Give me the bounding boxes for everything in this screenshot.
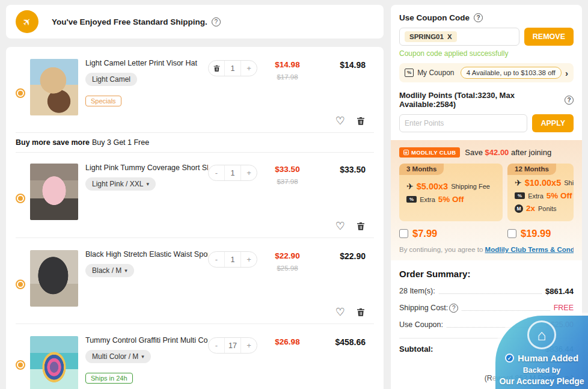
remove-coupon-button[interactable]: REMOVE bbox=[524, 28, 574, 46]
club-save-amount: $42.00 bbox=[485, 148, 509, 157]
variant-label: Light Pink / XXL bbox=[92, 180, 143, 188]
plan-card[interactable]: 3 Months ✈$5.00x3Shipping Fee %Extra5% O… bbox=[399, 164, 503, 221]
m-points-icon: M bbox=[515, 204, 523, 213]
pledge-house-icon: ⌂ bbox=[527, 320, 556, 349]
product-title[interactable]: Tummy Control Graffiti Print Multi Col..… bbox=[85, 336, 208, 345]
quantity-stepper[interactable]: - 1 + bbox=[208, 165, 257, 181]
airplane-icon: ✈ bbox=[16, 10, 38, 33]
increase-quantity-button[interactable]: + bbox=[241, 61, 257, 76]
wishlist-icon[interactable]: ♡ bbox=[335, 307, 345, 317]
delete-item-icon[interactable] bbox=[356, 307, 366, 317]
product-title[interactable]: Light Camel Letter Print Visor Hat bbox=[85, 59, 208, 67]
item-select-radio[interactable] bbox=[16, 360, 25, 370]
items-value: $861.44 bbox=[545, 287, 574, 296]
cart-item-visor-hat: Light Camel Letter Print Visor Hat Light… bbox=[16, 47, 374, 133]
promo-rest: Buy 3 Get 1 Free bbox=[92, 138, 149, 147]
product-title[interactable]: Light Pink Tummy Coverage Short Sle... bbox=[85, 164, 208, 172]
club-header: MMODLILY CLUB Save $42.00 after joining bbox=[399, 147, 574, 158]
product-image[interactable] bbox=[30, 59, 78, 115]
item-select-radio[interactable] bbox=[16, 88, 25, 98]
quantity-value: 1 bbox=[224, 61, 241, 76]
cart-item-swimsuit: Tummy Control Graffiti Print Multi Col..… bbox=[16, 324, 374, 389]
product-info: Black High Stretch Elastic Waist Spor...… bbox=[85, 250, 208, 319]
club-terms-line: By continuing, you agree to Modlily Club… bbox=[399, 246, 574, 253]
plan-card[interactable]: 12 Months ✈$10.00x5Shipping Fee %Extra5%… bbox=[507, 164, 574, 221]
shipping-benefit-label: Shipping Fee bbox=[451, 183, 490, 190]
summary-items-row: 28 Item(s): $861.44 bbox=[399, 283, 574, 299]
decrease-quantity-button[interactable]: - bbox=[209, 338, 224, 353]
original-price: $37.98 bbox=[257, 178, 317, 185]
wishlist-icon[interactable]: ♡ bbox=[335, 221, 345, 231]
variant-label: Black / M bbox=[92, 266, 121, 275]
help-icon[interactable]: ? bbox=[474, 13, 483, 22]
ships-in-24h-tag: Ships in 24h bbox=[85, 373, 133, 384]
chevron-right-icon[interactable]: › bbox=[565, 68, 568, 78]
coupon-code-input[interactable]: SPRING01X bbox=[399, 28, 519, 46]
chevron-down-icon: ▾ bbox=[141, 354, 144, 360]
product-image[interactable] bbox=[30, 336, 78, 389]
remove-quantity-button[interactable] bbox=[209, 61, 224, 76]
coupon-section-title: Use Coupon Code ? bbox=[399, 13, 574, 22]
item-actions: ♡ bbox=[335, 115, 366, 126]
decrease-quantity-button[interactable]: - bbox=[209, 252, 224, 267]
product-info: Light Camel Letter Print Visor Hat Light… bbox=[85, 59, 208, 127]
accuracy-pledge-text: Our Accuracy Pledge bbox=[499, 376, 584, 386]
variant-selector[interactable]: Light Pink / XXL▾ bbox=[85, 177, 156, 191]
radio-dot bbox=[18, 282, 23, 287]
item-actions: ♡ bbox=[335, 221, 366, 231]
increase-quantity-button[interactable]: + bbox=[241, 338, 257, 353]
product-info: Light Pink Tummy Coverage Short Sle... L… bbox=[85, 164, 208, 233]
item-select-radio[interactable] bbox=[16, 280, 25, 289]
coupon-code-chip: SPRING01X bbox=[405, 31, 457, 42]
variant-label: Multi Color / M bbox=[92, 352, 138, 361]
plan-checkbox[interactable] bbox=[507, 229, 516, 238]
coupon-title-text: Use Coupon Code bbox=[399, 13, 470, 22]
quantity-stepper[interactable]: 1 + bbox=[208, 60, 257, 76]
coupon-code-text: SPRING01 bbox=[409, 33, 444, 40]
increase-quantity-button[interactable]: + bbox=[241, 165, 257, 180]
variant-selector[interactable]: Multi Color / M▾ bbox=[85, 350, 151, 363]
club-terms-link[interactable]: Modlily Club Terms & Conditions bbox=[485, 246, 574, 253]
help-icon[interactable]: ? bbox=[212, 17, 221, 26]
product-image[interactable] bbox=[30, 250, 78, 307]
chevron-down-icon: ▾ bbox=[146, 181, 149, 187]
delete-item-icon[interactable] bbox=[356, 221, 366, 231]
item-select-radio[interactable] bbox=[16, 194, 25, 203]
help-icon[interactable]: ? bbox=[449, 304, 458, 313]
subtotal-label: Subtotal: bbox=[399, 345, 433, 364]
available-coupons-pill[interactable]: 4 Available, up to $103.38 off bbox=[461, 67, 562, 79]
increase-quantity-button[interactable]: + bbox=[241, 252, 257, 267]
product-title[interactable]: Black High Stretch Elastic Waist Spor... bbox=[85, 250, 208, 259]
apply-points-button[interactable]: APPLY bbox=[532, 114, 574, 132]
check-icon: ✓ bbox=[505, 354, 514, 363]
wishlist-icon[interactable]: ♡ bbox=[335, 115, 345, 126]
cart-items-card: Light Camel Letter Print Visor Hat Light… bbox=[6, 47, 384, 389]
discount-ticket-icon: % bbox=[515, 192, 525, 199]
my-coupon-label: My Coupon bbox=[417, 69, 454, 77]
promo-header: Buy more save moreBuy 3 Get 1 Free bbox=[16, 133, 374, 152]
points-label: Ponits bbox=[538, 205, 557, 212]
help-icon[interactable]: ? bbox=[565, 96, 574, 105]
variant-chip: Light Camel bbox=[85, 73, 137, 86]
variant-selector[interactable]: Black / M▾ bbox=[85, 264, 134, 277]
decrease-quantity-button[interactable]: - bbox=[209, 165, 224, 180]
my-coupon-row[interactable]: % My Coupon 4 Available, up to $103.38 o… bbox=[399, 63, 574, 82]
points-section-title: Modlily Points (Total:3230, Max Availabl… bbox=[399, 91, 574, 109]
cart-item-pink-top: Light Pink Tummy Coverage Short Sle... L… bbox=[16, 152, 374, 238]
quantity-stepper[interactable]: - 1 + bbox=[208, 251, 257, 268]
remove-code-icon[interactable]: X bbox=[447, 33, 452, 40]
original-price: $25.98 bbox=[257, 265, 317, 272]
quantity-value: 1 bbox=[224, 252, 241, 267]
plan-checkbox[interactable] bbox=[399, 229, 408, 238]
summary-shipping-row: Shipping Cost: ? FREE bbox=[399, 299, 574, 316]
points-input[interactable] bbox=[399, 114, 527, 132]
variant-label: Light Camel bbox=[92, 75, 130, 84]
club-badge: MMODLILY CLUB bbox=[399, 147, 460, 158]
shipping-value: FREE bbox=[554, 304, 574, 312]
plan-price: $7.99 bbox=[412, 228, 437, 239]
delete-item-icon[interactable] bbox=[356, 116, 366, 126]
product-image[interactable] bbox=[30, 164, 78, 220]
quantity-stepper[interactable]: - 17 + bbox=[208, 337, 257, 354]
order-summary-title: Order Summary: bbox=[399, 269, 574, 279]
sale-price: $22.90 bbox=[257, 251, 317, 260]
